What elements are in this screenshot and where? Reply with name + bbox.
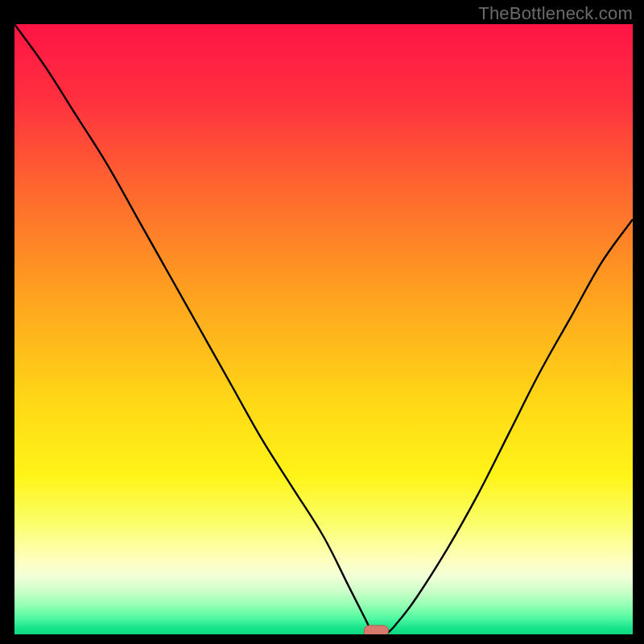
gradient-background (14, 24, 633, 634)
watermark-text: TheBottleneck.com (478, 3, 633, 24)
optimal-point-marker (364, 625, 388, 634)
chart-frame: TheBottleneck.com (0, 0, 644, 644)
plot-area (14, 24, 633, 634)
bottleneck-chart (14, 24, 633, 634)
